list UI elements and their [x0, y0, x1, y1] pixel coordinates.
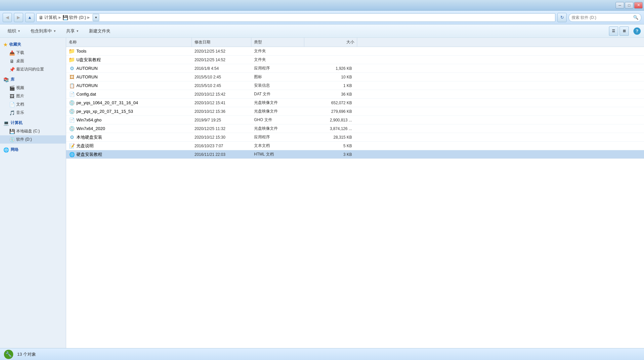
share-button[interactable]: 共享 ▼ [62, 26, 83, 36]
forward-button[interactable]: ▶ [14, 13, 23, 22]
file-size: 1 KB [304, 83, 357, 88]
status-count: 13 个对象 [17, 351, 36, 357]
back-button[interactable]: ◀ [3, 13, 12, 22]
organize-button[interactable]: 组织 ▼ [3, 26, 25, 36]
table-row[interactable]: 📋 AUTORUN 2015/5/10 2:45 安装信息 1 KB [66, 81, 644, 90]
downloads-icon: 📥 [9, 50, 15, 56]
file-name-cell: 🌐 硬盘安装教程 [66, 152, 192, 158]
drive-d-icon: 💿 [9, 137, 15, 142]
video-icon: 🎬 [9, 85, 15, 91]
minimize-button[interactable]: ─ [616, 2, 624, 9]
breadcrumb-computer[interactable]: 🖥 计算机 [39, 15, 57, 21]
file-size: 3 KB [304, 152, 357, 157]
file-date: 2015/5/10 2:45 [192, 83, 251, 88]
sidebar-item-desktop[interactable]: 🖥 桌面 [0, 57, 66, 65]
sidebar-item-document[interactable]: 📄 文档 [0, 100, 66, 109]
file-type: 安装信息 [251, 83, 304, 88]
breadcrumb-drive-label: 软件 (D:) [69, 15, 86, 21]
file-name: 光盘说明 [76, 143, 94, 149]
sidebar-item-downloads[interactable]: 📥 下载 [0, 49, 66, 57]
table-row[interactable]: ⚙ 本地硬盘安装 2020/10/12 15:30 应用程序 28,315 KB [66, 133, 644, 142]
computer-header-icon: 💻 [3, 120, 9, 126]
table-row[interactable]: 🌐 硬盘安装教程 2016/11/21 22:03 HTML 文档 3 KB [66, 150, 644, 159]
file-date: 2020/10/12 15:41 [192, 101, 251, 105]
file-size: 3,874,126 ... [304, 126, 357, 131]
file-type: 光盘映像文件 [251, 126, 304, 131]
table-row[interactable]: 📄 Config.dat 2020/10/12 15:42 DAT 文件 36 … [66, 90, 644, 99]
forward-icon: ▶ [17, 15, 20, 20]
refresh-button[interactable]: ↻ [557, 13, 567, 22]
table-row[interactable]: 📝 光盘说明 2016/10/23 7:07 文本文档 5 KB [66, 142, 644, 150]
file-name-cell: 📄 Config.dat [66, 91, 192, 97]
file-name: pe_yqs_1064_20_07_31_16_04 [76, 100, 138, 105]
table-row[interactable]: 💿 pe_yqs_1064_20_07_31_16_04 2020/10/12 … [66, 99, 644, 107]
up-button[interactable]: ▲ [25, 13, 34, 22]
file-name-cell: ⚙ AUTORUN [66, 66, 192, 71]
breadcrumb-drive[interactable]: 💾 软件 (D:) [63, 15, 86, 21]
image-icon: 🖼 [9, 94, 15, 99]
file-date: 2020/10/12 15:42 [192, 92, 251, 97]
view-button-list[interactable]: ☰ [609, 26, 618, 36]
file-list[interactable]: 📁 Tools 2020/12/25 14:52 文件夹 📁 U盘安装教程 20… [66, 47, 644, 348]
file-date: 2020/12/25 11:32 [192, 126, 251, 131]
file-name: Win7x64_2020 [76, 126, 105, 131]
sidebar-item-image[interactable]: 🖼 图片 [0, 92, 66, 100]
window-controls: ─ □ ✕ [616, 2, 643, 9]
file-name-cell: ⚙ 本地硬盘安装 [66, 134, 192, 140]
table-row[interactable]: ⚙ AUTORUN 2016/1/8 4:54 应用程序 1,926 KB [66, 64, 644, 73]
sidebar-item-video[interactable]: 🎬 视频 [0, 84, 66, 92]
view-list-icon: ☰ [612, 29, 615, 33]
file-date: 2019/9/7 19:25 [192, 118, 251, 122]
archive-button[interactable]: 包含到库中 ▼ [26, 26, 61, 36]
new-folder-button[interactable]: 新建文件夹 [85, 26, 115, 36]
col-header-name[interactable]: 名称 [66, 38, 192, 47]
maximize-button[interactable]: □ [625, 2, 633, 9]
search-bar[interactable]: 🔍 [569, 13, 641, 22]
file-name: 本地硬盘安装 [76, 134, 102, 140]
file-icon: 📄 [69, 91, 75, 97]
breadcrumb-dropdown[interactable]: ▼ [93, 14, 99, 21]
file-name-cell: 💿 Win7x64_2020 [66, 126, 192, 132]
favorites-section: ★ 收藏夹 📥 下载 🖥 桌面 📌 最近访问的位置 [0, 40, 66, 73]
help-button[interactable]: ? [633, 27, 641, 35]
main-layout: ★ 收藏夹 📥 下载 🖥 桌面 📌 最近访问的位置 📚 库 [0, 38, 644, 348]
table-row[interactable]: 📁 U盘安装教程 2020/12/25 14:52 文件夹 [66, 56, 644, 64]
libraries-section: 📚 库 🎬 视频 🖼 图片 📄 文档 🎵 音乐 [0, 75, 66, 117]
table-row[interactable]: 💿 pe_yqs_xp_20_07_31_15_53 2020/10/12 15… [66, 107, 644, 116]
file-name-cell: 💿 pe_yqs_1064_20_07_31_16_04 [66, 100, 192, 106]
sidebar-item-music[interactable]: 🎵 音乐 [0, 109, 66, 117]
close-button[interactable]: ✕ [634, 2, 643, 9]
document-icon: 📄 [9, 102, 15, 107]
sidebar-item-recent[interactable]: 📌 最近访问的位置 [0, 65, 66, 73]
sidebar-item-drive-c[interactable]: 💾 本地磁盘 (C:) [0, 127, 66, 135]
file-type: DAT 文件 [251, 91, 304, 97]
file-size: 652,072 KB [304, 101, 357, 105]
col-header-type[interactable]: 类型 [251, 38, 304, 47]
file-name-cell: 💿 pe_yqs_xp_20_07_31_15_53 [66, 109, 192, 114]
file-size: 10 KB [304, 75, 357, 79]
file-icon: ⚙ [69, 134, 75, 140]
file-icon: 📝 [69, 143, 75, 149]
recent-icon: 📌 [9, 67, 15, 72]
col-header-date[interactable]: 修改日期 [192, 38, 251, 47]
search-input[interactable] [572, 15, 632, 20]
sidebar: ★ 收藏夹 📥 下载 🖥 桌面 📌 最近访问的位置 📚 库 [0, 38, 66, 348]
file-name: U盘安装教程 [76, 57, 101, 63]
file-date: 2016/11/21 22:03 [192, 152, 251, 157]
sidebar-item-drive-d[interactable]: 💿 软件 (D:) [0, 135, 66, 144]
file-date: 2020/10/12 15:30 [192, 135, 251, 140]
view-button-grid[interactable]: ⊞ [620, 26, 629, 36]
file-icon: 🖼 [69, 74, 75, 80]
share-arrow: ▼ [76, 29, 79, 33]
breadcrumb[interactable]: 🖥 计算机 ▶ 💾 软件 (D:) ▶ ▼ [36, 13, 555, 22]
col-header-size[interactable]: 大小 [304, 38, 357, 47]
table-row[interactable]: 💿 Win7x64_2020 2020/12/25 11:32 光盘映像文件 3… [66, 124, 644, 133]
table-row[interactable]: 📄 Win7x64.gho 2019/9/7 19:25 GHO 文件 2,90… [66, 116, 644, 124]
table-row[interactable]: 📁 Tools 2020/12/25 14:52 文件夹 [66, 47, 644, 56]
file-type: 光盘映像文件 [251, 109, 304, 114]
archive-arrow: ▼ [53, 29, 56, 33]
file-type: 光盘映像文件 [251, 100, 304, 106]
file-size: 5 KB [304, 144, 357, 148]
table-row[interactable]: 🖼 AUTORUN 2015/5/10 2:45 图标 10 KB [66, 73, 644, 81]
file-name: Win7x64.gho [76, 117, 102, 122]
